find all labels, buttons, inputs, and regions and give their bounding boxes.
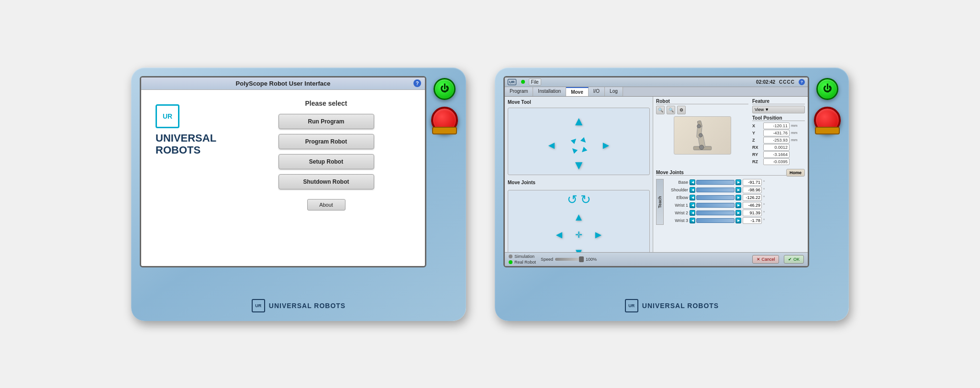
- power-button-2[interactable]: [816, 78, 838, 100]
- ur-logo-bottom-1: UR: [252, 299, 265, 312]
- simulation-dot: [509, 255, 512, 258]
- robot-settings-icon[interactable]: ⚙: [677, 106, 686, 114]
- shutdown-robot-button[interactable]: Shutdown Robot: [278, 174, 374, 189]
- pos-x-value: -120.11: [763, 122, 790, 129]
- joint-row-wrist2: Wrist 2 ◀ ▶ 91.39 °: [665, 210, 805, 216]
- pos-y-value: -431.76: [763, 130, 790, 136]
- status-dot: [521, 80, 525, 84]
- joint-wrist2-label: Wrist 2: [665, 211, 688, 215]
- tablet-2-bottom: UR UNIVERSAL ROBOTS: [625, 299, 719, 312]
- move-joints-label: Move Joints: [508, 180, 650, 185]
- arrow-diag-right-btn[interactable]: ►: [593, 139, 619, 152]
- joint-shoulder-label: Shoulder: [665, 188, 688, 192]
- wrist1-plus-btn[interactable]: ▶: [735, 202, 741, 208]
- joint-wrist1-label: Wrist 1: [665, 203, 688, 208]
- base-plus-btn[interactable]: ▶: [735, 179, 741, 185]
- diag-nw-btn[interactable]: ▶: [567, 133, 580, 146]
- zoom-out-icon[interactable]: 🔍: [656, 106, 665, 114]
- wrist1-minus-btn[interactable]: ◀: [690, 202, 695, 208]
- pos-ry-label: RY: [752, 152, 762, 157]
- time-display: 02:02:42: [756, 79, 775, 85]
- about-button[interactable]: About: [307, 199, 345, 211]
- diag-se-btn[interactable]: ▶: [578, 144, 590, 157]
- base-minus-btn[interactable]: ◀: [690, 179, 695, 185]
- svg-point-5: [699, 133, 702, 137]
- elbow-plus-btn[interactable]: ▶: [735, 195, 741, 200]
- joint-left-btn[interactable]: ◄: [550, 229, 569, 241]
- joint-right-btn[interactable]: ►: [589, 229, 608, 241]
- wrist2-bar: [696, 211, 735, 215]
- elbow-minus-btn[interactable]: ◀: [690, 195, 695, 200]
- emergency-stop-2[interactable]: [814, 107, 841, 133]
- arrow-down-btn[interactable]: ▼: [573, 158, 585, 173]
- menu-area: Please select Run Program Program Robot …: [242, 100, 411, 256]
- elbow-bar: [696, 195, 735, 200]
- tool-position-label: Tool Position: [752, 115, 805, 121]
- pos-rz-value: -0.0395: [763, 158, 790, 165]
- shoulder-plus-btn[interactable]: ▶: [735, 187, 741, 193]
- tab-log[interactable]: Log: [605, 87, 623, 96]
- diag-sw-btn[interactable]: ▶: [567, 144, 580, 157]
- shoulder-minus-btn[interactable]: ◀: [690, 187, 695, 193]
- program-robot-button[interactable]: Program Robot: [278, 134, 374, 149]
- file-button[interactable]: File: [529, 78, 541, 86]
- robot-section-label: Robot: [656, 99, 748, 104]
- joint-up-btn[interactable]: ▲: [569, 211, 589, 223]
- pos-rx-value: 0.0012: [763, 144, 790, 151]
- joint-center-btn[interactable]: ✛: [569, 230, 589, 240]
- cccc-display: CCCC: [779, 79, 795, 85]
- tab-move[interactable]: Move: [566, 87, 589, 96]
- tab-io[interactable]: I/O: [589, 87, 605, 96]
- feature-view-button[interactable]: View ▼: [752, 106, 805, 113]
- wrist3-plus-btn[interactable]: ▶: [735, 218, 741, 223]
- wrist3-minus-btn[interactable]: ◀: [690, 218, 695, 223]
- move-tool-section: ▲ ◄ ▶ ▶ ▶ ▶: [508, 108, 650, 175]
- wrist2-plus-btn[interactable]: ▶: [735, 210, 741, 216]
- screen-title-1: PolyScope Robot User Interface: [236, 80, 331, 87]
- wrist3-bar: [696, 218, 735, 223]
- arrow-diag-left-btn[interactable]: ◄: [538, 139, 565, 152]
- emergency-stop-1[interactable]: [431, 107, 458, 133]
- tab-program[interactable]: Program: [505, 87, 533, 96]
- help-icon-2[interactable]: ?: [799, 79, 805, 85]
- brand-bottom-2: UNIVERSAL ROBOTS: [642, 302, 719, 310]
- brand-name-big: UNIVERSAL ROBOTS: [156, 132, 232, 156]
- joint-wrist3-label: Wrist 3: [665, 218, 688, 223]
- tablet-1: PolyScope Robot User Interface ? UR UNIV…: [131, 67, 466, 321]
- move-joints-right-label: Move Joints: [656, 170, 786, 176]
- tool-position-section: Tool Position X -120.11 mm Y -431.76: [752, 115, 805, 165]
- help-icon-1[interactable]: ?: [413, 79, 421, 87]
- joint-row-wrist3: Wrist 3 ◀ ▶ -1.78 °: [665, 217, 805, 224]
- rotate-ccw-btn[interactable]: ↺: [567, 192, 578, 207]
- wrist2-minus-btn[interactable]: ◀: [690, 210, 695, 216]
- ok-button[interactable]: ✔ OK: [784, 255, 804, 264]
- tab-installation[interactable]: Installation: [533, 87, 566, 96]
- joint-base-label: Base: [665, 180, 688, 185]
- cancel-button[interactable]: ✕ Cancel: [752, 255, 780, 264]
- run-program-button[interactable]: Run Program: [278, 114, 374, 129]
- pos-x-label: X: [752, 123, 762, 128]
- speed-value: 100%: [586, 257, 597, 262]
- power-button-1[interactable]: [434, 78, 456, 100]
- pos-ry-value: -3.1664: [763, 151, 790, 158]
- arrow-up-btn[interactable]: ▲: [566, 114, 592, 129]
- speed-label: Speed: [541, 257, 553, 262]
- ur-logo-bottom-2: UR: [625, 299, 638, 312]
- setup-robot-button[interactable]: Setup Robot: [278, 154, 374, 169]
- simulation-row: Simulation: [509, 254, 536, 259]
- speed-slider-knob[interactable]: [579, 256, 584, 262]
- zoom-in-icon[interactable]: 🔍: [667, 106, 675, 114]
- topbar: UR File 02:02:42 CCCC ?: [505, 78, 808, 87]
- diag-ne-btn[interactable]: ▶: [578, 133, 590, 146]
- pos-z-value: -253.93: [763, 137, 790, 144]
- speed-slider[interactable]: [555, 258, 584, 261]
- wrist1-bar: [696, 203, 735, 208]
- robot-section: Robot 🔍 🔍 ⚙: [656, 99, 748, 155]
- rotate-cw-btn[interactable]: ↻: [580, 192, 591, 207]
- home-button[interactable]: Home: [786, 169, 805, 177]
- joint-row-shoulder: Shoulder ◀ ▶ -98.96 °: [665, 187, 805, 193]
- please-select-label: Please select: [305, 100, 347, 107]
- joint-down-btn[interactable]: ▼: [569, 246, 589, 252]
- feature-section-label: Feature: [752, 99, 805, 104]
- pos-y-label: Y: [752, 131, 762, 135]
